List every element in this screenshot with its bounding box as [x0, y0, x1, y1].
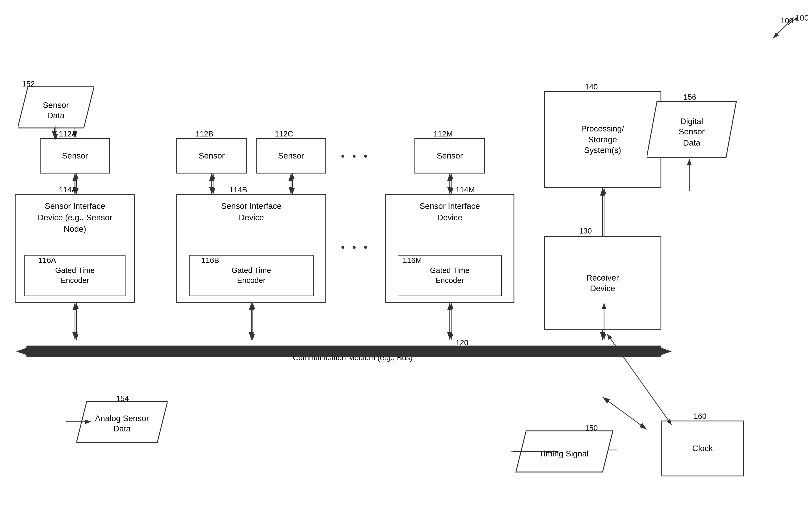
comm-bus-bar — [27, 346, 661, 357]
bus-arrow-left — [16, 348, 27, 355]
ref-150: 150 — [585, 424, 598, 432]
ref-130: 130 — [579, 226, 592, 235]
svg-text:Sensor: Sensor — [43, 101, 69, 110]
sensor-b-label: Sensor — [199, 151, 225, 161]
sensor-c-box: Sensor — [256, 138, 326, 173]
ref-100-arrow: 100 — [770, 15, 808, 44]
ref-154: 154 — [116, 394, 129, 403]
receiver-label: ReceiverDevice — [586, 273, 619, 294]
svg-text:Data: Data — [683, 138, 701, 147]
arrow-digital-to-processing — [685, 157, 694, 193]
sid-a-label: Sensor InterfaceDevice (e.g., SensorNode… — [18, 200, 132, 235]
dots-sensors: • • • — [341, 150, 370, 162]
svg-text:Analog Sensor: Analog Sensor — [95, 414, 149, 423]
arrow-sensor-c-to-sid-b — [288, 173, 297, 196]
svg-line-74 — [773, 18, 794, 38]
clock-box: Clock — [661, 421, 744, 476]
sensor-a-label: Sensor — [62, 151, 88, 161]
arrow-analog-data — [65, 418, 94, 426]
arrow-timing-signal — [511, 447, 560, 456]
arrow-sid-m-to-bus — [447, 303, 456, 341]
arrow-sensor-a-to-sid-a — [72, 173, 81, 196]
ref-114b: 114B — [229, 185, 247, 194]
svg-text:Sensor: Sensor — [679, 127, 705, 136]
ref-112a: 112A — [59, 130, 77, 138]
sensor-data-svg: Sensor Data — [18, 85, 94, 130]
arrow-receiver-to-processing — [600, 187, 609, 238]
ref-112c: 112C — [275, 130, 293, 138]
gte-a-label: Gated TimeEncoder — [55, 265, 95, 286]
ref-160: 160 — [694, 412, 706, 421]
clock-label: Clock — [692, 443, 713, 454]
ref-116a: 116A — [38, 256, 56, 265]
arrow-sensor-b-to-sid-b — [209, 173, 217, 196]
ref-114m: 114M — [456, 185, 475, 194]
svg-line-68 — [607, 334, 672, 425]
svg-text:100: 100 — [795, 15, 808, 22]
gte-b-label: Gated TimeEncoder — [232, 265, 271, 286]
sensor-c-label: Sensor — [278, 151, 304, 161]
dots-sids: • • • — [341, 241, 370, 254]
arrow-sensor-data-to-sensor-a — [51, 126, 60, 141]
digital-data-svg: Digital Sensor Data — [647, 100, 738, 159]
processing-box: Processing/StorageSystem(s) — [544, 91, 661, 188]
sid-a-box: Sensor InterfaceDevice (e.g., SensorNode… — [15, 194, 135, 303]
sensor-b-box: Sensor — [177, 138, 247, 173]
svg-text:Data: Data — [113, 424, 131, 433]
sid-b-box: Sensor InterfaceDevice Gated TimeEncoder — [177, 194, 326, 303]
arrow-clock-to-receiver — [602, 331, 676, 428]
processing-label: Processing/StorageSystem(s) — [581, 123, 624, 155]
ref-112m: 112M — [433, 130, 453, 138]
sid-b-label: Sensor InterfaceDevice — [180, 200, 322, 223]
diagram: 100 Sensor 112A Sensor 112B Sensor 112C … — [0, 0, 811, 532]
ref-116m: 116M — [403, 256, 422, 265]
ref-156: 156 — [684, 93, 696, 102]
arrow-sensor-m-to-sid-m — [447, 173, 456, 196]
svg-text:Data: Data — [47, 111, 65, 120]
svg-text:Digital: Digital — [680, 117, 703, 126]
ref-112b: 112B — [196, 130, 213, 138]
sensor-m-label: Sensor — [437, 151, 463, 161]
sid-m-label: Sensor InterfaceDevice — [389, 200, 510, 223]
ref-152: 152 — [22, 79, 35, 89]
ref-140: 140 — [585, 82, 598, 91]
ref-116b: 116B — [201, 256, 219, 265]
sid-m-box: Sensor InterfaceDevice Gated TimeEncoder — [385, 194, 515, 303]
gte-m-label: Gated TimeEncoder — [430, 265, 470, 286]
arrow-sid-a-to-bus — [72, 303, 81, 341]
arrow-sid-b-to-bus — [248, 303, 257, 341]
sensor-a-box: Sensor — [40, 138, 110, 173]
sensor-m-box: Sensor — [414, 138, 485, 173]
